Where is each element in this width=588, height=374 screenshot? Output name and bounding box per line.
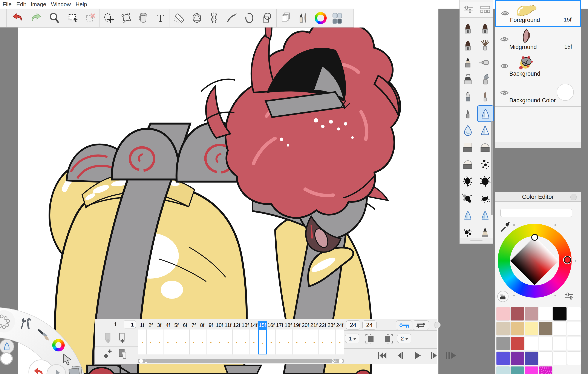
select-tool[interactable] bbox=[66, 10, 81, 26]
swatch-1-2[interactable] bbox=[525, 322, 538, 335]
pie-current-color-button[interactable] bbox=[1, 353, 12, 364]
new-layer-button[interactable] bbox=[104, 332, 113, 344]
layer-visibility-toggle[interactable] bbox=[500, 90, 508, 96]
frame-cell-16f[interactable] bbox=[267, 330, 275, 354]
frame-cell-22f[interactable] bbox=[318, 330, 327, 354]
brush-layout-button[interactable] bbox=[480, 5, 490, 15]
swatch-2-1[interactable] bbox=[511, 337, 524, 350]
menu-file[interactable]: File bbox=[3, 0, 12, 9]
brush-item-splat-heavy[interactable] bbox=[461, 174, 475, 188]
frame-cell-5f[interactable] bbox=[172, 330, 181, 354]
layer-row-background[interactable]: Background bbox=[495, 53, 581, 80]
frame-cell-12f[interactable] bbox=[232, 330, 241, 354]
brush-item-pen-fine[interactable] bbox=[461, 89, 475, 103]
brush-item-triangle-line[interactable] bbox=[478, 123, 492, 137]
frame-header-5f[interactable]: 5f bbox=[172, 321, 181, 330]
curve-tool[interactable] bbox=[224, 10, 240, 26]
frame-header-1f[interactable]: 1f bbox=[138, 321, 146, 330]
swatch-4-0[interactable] bbox=[496, 366, 510, 374]
layer-visibility-toggle[interactable] bbox=[500, 63, 508, 69]
brush-scrollbar[interactable] bbox=[491, 121, 493, 215]
background-color-swatch[interactable] bbox=[557, 84, 574, 101]
duplicate-frame-button[interactable] bbox=[104, 348, 113, 360]
frame-header-15f[interactable]: 15f bbox=[258, 321, 267, 330]
swatch-1-5[interactable] bbox=[567, 322, 581, 335]
frame-cell-4f[interactable] bbox=[164, 330, 172, 354]
brush-item-brush-round[interactable] bbox=[461, 38, 475, 52]
frame-header-18f[interactable]: 18f bbox=[284, 321, 293, 330]
brush-item-pen-liner[interactable] bbox=[461, 107, 475, 120]
deselect-tool[interactable] bbox=[83, 10, 98, 26]
keyframe-button[interactable] bbox=[396, 321, 412, 330]
swatch-0-1[interactable] bbox=[511, 307, 524, 321]
onion-next-dropdown[interactable]: 2 bbox=[397, 334, 411, 343]
frame-cell-19f[interactable] bbox=[293, 330, 301, 354]
frame-header-4f[interactable]: 4f bbox=[164, 321, 172, 330]
frame-header-12f[interactable]: 12f bbox=[232, 321, 241, 330]
frame-header-19f[interactable]: 19f bbox=[293, 321, 301, 330]
frame-cell-11f[interactable] bbox=[224, 330, 232, 354]
brush-item-splat-small[interactable] bbox=[461, 225, 475, 239]
swatch-0-4[interactable] bbox=[553, 307, 567, 321]
frame-header-20f[interactable]: 20f bbox=[301, 321, 310, 330]
copy-frame-button[interactable] bbox=[117, 348, 128, 360]
frame-header-7f[interactable]: 7f bbox=[189, 321, 198, 330]
next-frame-button[interactable] bbox=[428, 351, 440, 360]
hue-selector[interactable] bbox=[564, 257, 571, 263]
swatch-0-3[interactable] bbox=[539, 307, 552, 321]
swatch-3-2[interactable] bbox=[525, 352, 538, 365]
go-to-end-button[interactable] bbox=[445, 351, 457, 360]
redo-button[interactable] bbox=[28, 10, 44, 26]
timeline-knob[interactable] bbox=[434, 322, 441, 328]
shape-combine-tool[interactable] bbox=[259, 10, 274, 26]
swatch-4-2[interactable] bbox=[525, 366, 538, 374]
swatch-0-0[interactable] bbox=[496, 307, 510, 321]
layer-row-midground[interactable]: Midground15f bbox=[495, 27, 581, 53]
color-editor-collapse-button[interactable] bbox=[570, 194, 577, 200]
color-search-input[interactable] bbox=[500, 209, 572, 217]
undo-button[interactable] bbox=[10, 10, 25, 26]
swatch-2-5[interactable] bbox=[567, 337, 581, 350]
frame-header-3f[interactable]: 3f bbox=[155, 321, 164, 330]
brush-item-eraser-round[interactable] bbox=[478, 140, 492, 154]
swatch-3-4[interactable] bbox=[553, 352, 567, 365]
frame-header-23f[interactable]: 23f bbox=[327, 321, 336, 330]
brush-item-brush-round[interactable] bbox=[478, 21, 492, 35]
swatch-3-0[interactable] bbox=[496, 352, 510, 365]
timeline-scrollbar[interactable]: 1 24 bbox=[138, 359, 344, 363]
swatch-2-2[interactable] bbox=[525, 337, 538, 350]
brush-item-water-drop[interactable] bbox=[461, 123, 475, 137]
frame-header-17f[interactable]: 17f bbox=[275, 321, 284, 330]
brush-settings-button[interactable] bbox=[463, 5, 473, 15]
frame-cell-15f[interactable] bbox=[258, 330, 267, 354]
swatch-0-5[interactable] bbox=[567, 307, 581, 321]
brush-item-eraser-flat[interactable] bbox=[461, 140, 475, 154]
transparent-color-button[interactable] bbox=[497, 290, 509, 303]
menu-image[interactable]: Image bbox=[31, 0, 46, 9]
frame-cell-8f[interactable] bbox=[198, 330, 207, 354]
frame-header-9f[interactable]: 9f bbox=[207, 321, 215, 330]
swatch-1-4[interactable] bbox=[553, 322, 567, 335]
ellipse-tool[interactable] bbox=[242, 10, 257, 26]
swatch-3-1[interactable] bbox=[511, 352, 524, 365]
play-button[interactable] bbox=[411, 351, 423, 360]
layer-visibility-toggle[interactable] bbox=[500, 36, 508, 42]
frame-header-24f[interactable]: 24f bbox=[336, 321, 344, 330]
swatch-3-3[interactable] bbox=[539, 352, 552, 365]
swatch-1-1[interactable] bbox=[511, 322, 524, 335]
swatch-2-3[interactable] bbox=[539, 337, 552, 350]
swatch-0-2[interactable] bbox=[525, 307, 538, 321]
wheel-options-button[interactable] bbox=[565, 292, 574, 301]
swatch-2-0[interactable] bbox=[496, 337, 510, 350]
swatch-3-5[interactable] bbox=[567, 352, 581, 365]
frame-cell-21f[interactable] bbox=[310, 330, 318, 354]
menu-help[interactable]: Help bbox=[75, 0, 87, 9]
layer-row-background-color[interactable]: Background Color bbox=[495, 80, 581, 107]
brush-item-triangle-soft[interactable] bbox=[478, 208, 492, 222]
sv-selector[interactable] bbox=[532, 234, 538, 240]
frame-cell-14f[interactable] bbox=[250, 330, 258, 354]
swatch-4-3[interactable] bbox=[539, 366, 552, 374]
frame-cell-9f[interactable] bbox=[207, 330, 215, 354]
frame-cell-7f[interactable] bbox=[189, 330, 198, 354]
brush-item-splat-gray[interactable] bbox=[461, 191, 475, 205]
